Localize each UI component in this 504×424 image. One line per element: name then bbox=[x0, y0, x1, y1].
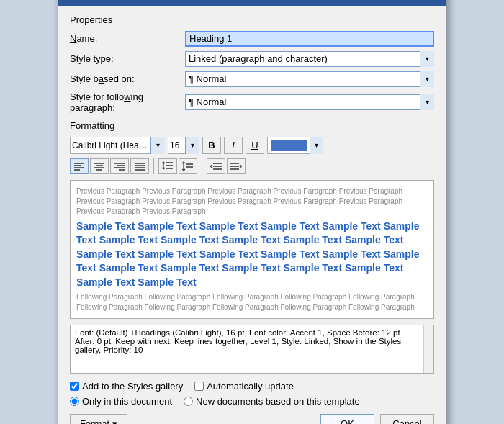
style-type-row: Style type: Linked (paragraph and charac… bbox=[70, 51, 434, 67]
align-center-button[interactable] bbox=[90, 158, 109, 174]
preview-prev-para: Previous Paragraph Previous Paragraph Pr… bbox=[76, 186, 428, 217]
radio-row: Only in this document New documents base… bbox=[70, 396, 434, 407]
align-left-button[interactable] bbox=[70, 158, 89, 174]
new-documents-label[interactable]: New documents based on this template bbox=[184, 396, 360, 407]
style-based-row: Style based on: ¶ Normal ▾ bbox=[70, 71, 434, 87]
font-select-wrapper: Calibri Light (Hea… ▾ bbox=[70, 137, 165, 154]
style-type-select[interactable]: Linked (paragraph and character) bbox=[185, 51, 434, 67]
underline-button[interactable]: U bbox=[246, 137, 264, 154]
ok-cancel-buttons: OK Cancel bbox=[320, 414, 434, 424]
formatting-row1: Calibri Light (Hea… ▾ 16 ▾ B I U ▾ bbox=[70, 137, 434, 154]
preview-sample-text: Sample Text Sample Text Sample Text Samp… bbox=[76, 220, 428, 290]
dialog-body: Properties Name: Style type: Linked (par… bbox=[58, 6, 446, 424]
name-row: Name: bbox=[70, 31, 434, 47]
paragraph-spacing-button[interactable] bbox=[179, 158, 197, 174]
italic-button[interactable]: I bbox=[224, 137, 243, 154]
properties-label: Properties bbox=[70, 14, 434, 25]
line-spacing-button[interactable] bbox=[158, 158, 177, 174]
style-following-label: Style for following paragraph: bbox=[70, 91, 185, 113]
style-based-select[interactable]: ¶ Normal bbox=[185, 71, 434, 87]
only-document-radio[interactable] bbox=[70, 397, 79, 406]
modify-style-dialog: Modify Style ? ✕ Properties Name: Style … bbox=[58, 0, 446, 424]
style-following-select-wrapper: ¶ Normal ▾ bbox=[185, 94, 434, 110]
style-based-label: Style based on: bbox=[70, 73, 185, 84]
auto-update-checkbox[interactable] bbox=[194, 382, 204, 391]
bold-button[interactable]: B bbox=[202, 137, 221, 154]
preview-next-para: Following Paragraph Following Paragraph … bbox=[76, 292, 428, 312]
color-picker[interactable]: ▾ bbox=[267, 137, 323, 154]
font-select[interactable]: Calibri Light (Hea… bbox=[70, 137, 165, 154]
style-following-select[interactable]: ¶ Normal bbox=[185, 94, 434, 110]
description-text: Font: (Default) +Headings (Calibri Light… bbox=[75, 328, 429, 354]
style-following-row: Style for following paragraph: ¶ Normal … bbox=[70, 91, 434, 113]
name-label: Name: bbox=[70, 33, 185, 44]
add-to-gallery-label[interactable]: Add to the Styles gallery bbox=[70, 381, 183, 392]
align-justify-button[interactable] bbox=[130, 158, 149, 174]
color-swatch bbox=[271, 140, 307, 151]
format-button[interactable]: Format ▾ bbox=[70, 414, 127, 424]
title-bar-controls: ? ✕ bbox=[407, 0, 438, 1]
add-to-gallery-checkbox[interactable] bbox=[70, 382, 79, 391]
formatting-label: Formatting bbox=[70, 120, 434, 131]
ok-button[interactable]: OK bbox=[320, 414, 374, 424]
style-type-label: Style type: bbox=[70, 53, 185, 64]
formatting-section: Formatting Calibri Light (Hea… ▾ 16 ▾ B bbox=[70, 120, 434, 174]
style-based-select-wrapper: ¶ Normal ▾ bbox=[185, 71, 434, 87]
cancel-button[interactable]: Cancel bbox=[380, 414, 434, 424]
new-documents-radio[interactable] bbox=[184, 397, 193, 406]
description-box: Font: (Default) +Headings (Calibri Light… bbox=[70, 325, 434, 374]
properties-section: Properties Name: Style type: Linked (par… bbox=[70, 14, 434, 113]
increase-indent-button[interactable] bbox=[227, 158, 246, 174]
title-bar: Modify Style ? ✕ bbox=[58, 0, 446, 6]
decrease-indent-button[interactable] bbox=[207, 158, 225, 174]
bottom-row: Format ▾ OK Cancel bbox=[70, 414, 434, 424]
checkbox-row: Add to the Styles gallery Automatically … bbox=[70, 381, 434, 392]
scrollbar-track[interactable] bbox=[423, 325, 433, 373]
name-input[interactable] bbox=[185, 31, 434, 47]
align-right-button[interactable] bbox=[110, 158, 129, 174]
style-type-select-wrapper: Linked (paragraph and character) ▾ bbox=[185, 51, 434, 67]
align-divider bbox=[153, 158, 154, 174]
auto-update-label[interactable]: Automatically update bbox=[194, 381, 294, 392]
close-button[interactable]: ✕ bbox=[424, 0, 438, 1]
size-select-wrapper: 16 ▾ bbox=[168, 137, 199, 154]
indent-divider bbox=[202, 158, 202, 174]
preview-box: Previous Paragraph Previous Paragraph Pr… bbox=[70, 180, 434, 320]
options-section: Add to the Styles gallery Automatically … bbox=[70, 381, 434, 407]
size-select[interactable]: 16 bbox=[168, 137, 199, 154]
only-document-label[interactable]: Only in this document bbox=[70, 396, 172, 407]
color-arrow-icon[interactable]: ▾ bbox=[310, 137, 323, 154]
help-button[interactable]: ? bbox=[407, 0, 421, 1]
alignment-row bbox=[70, 158, 434, 174]
